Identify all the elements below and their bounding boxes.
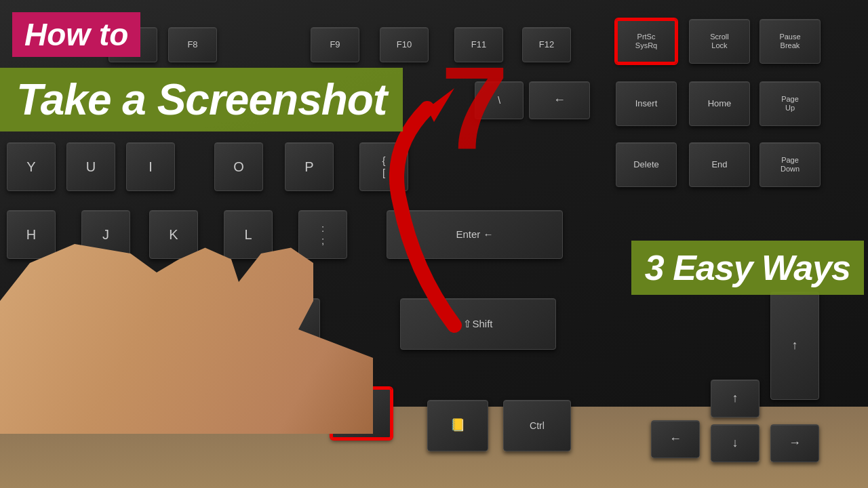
key-i: I bbox=[126, 142, 175, 191]
key-k: K bbox=[149, 210, 198, 259]
key-h: H bbox=[7, 210, 56, 259]
key-semicolon: :; bbox=[298, 210, 347, 259]
key-y: Y bbox=[7, 142, 56, 191]
key-insert: Insert bbox=[616, 81, 677, 126]
key-f11: F11 bbox=[454, 27, 503, 62]
key-arrow-up-numpad: ↑ bbox=[770, 291, 819, 400]
title-screenshot: Take a Screenshot bbox=[0, 68, 403, 131]
key-arrow-up: ↑ bbox=[711, 380, 760, 418]
key-f10: F10 bbox=[380, 27, 429, 62]
key-shift-right: ⇧Shift bbox=[400, 298, 556, 350]
key-end: End bbox=[689, 142, 750, 187]
key-lbracket: {[ bbox=[359, 142, 408, 191]
key-app: 📒 bbox=[427, 400, 488, 451]
key-p: P bbox=[285, 142, 334, 191]
key-arrow-down: ↓ bbox=[711, 424, 760, 462]
thumbnail: F7 F8 F9 F10 F11 F12 PrtScSysRq ScrollLo… bbox=[0, 0, 868, 488]
key-ctrl-right: Ctrl bbox=[503, 400, 571, 451]
key-enter: Enter ← bbox=[387, 210, 563, 259]
key-prtsc: PrtScSysRq bbox=[616, 19, 677, 64]
key-backslash: \ bbox=[475, 81, 524, 119]
key-l: L bbox=[224, 210, 273, 259]
key-o: O bbox=[214, 142, 263, 191]
key-u: U bbox=[66, 142, 115, 191]
key-pageup: PageUp bbox=[760, 81, 821, 126]
key-f9: F9 bbox=[311, 27, 359, 62]
key-pause: PauseBreak bbox=[760, 19, 821, 64]
key-arrow-left: ← bbox=[651, 420, 700, 458]
key-f8: F8 bbox=[168, 27, 217, 62]
key-home: Home bbox=[689, 81, 750, 126]
key-f12: F12 bbox=[522, 27, 571, 62]
key-arrow-right: → bbox=[770, 424, 819, 462]
badge-easy-ways: 3 Easy Ways bbox=[631, 241, 864, 295]
key-pagedown: PageDown bbox=[760, 142, 821, 187]
key-scroll: ScrollLock bbox=[689, 19, 750, 64]
title-how-to: How to bbox=[12, 12, 140, 57]
key-backspace: ← bbox=[529, 81, 590, 119]
key-delete: Delete bbox=[616, 142, 677, 187]
